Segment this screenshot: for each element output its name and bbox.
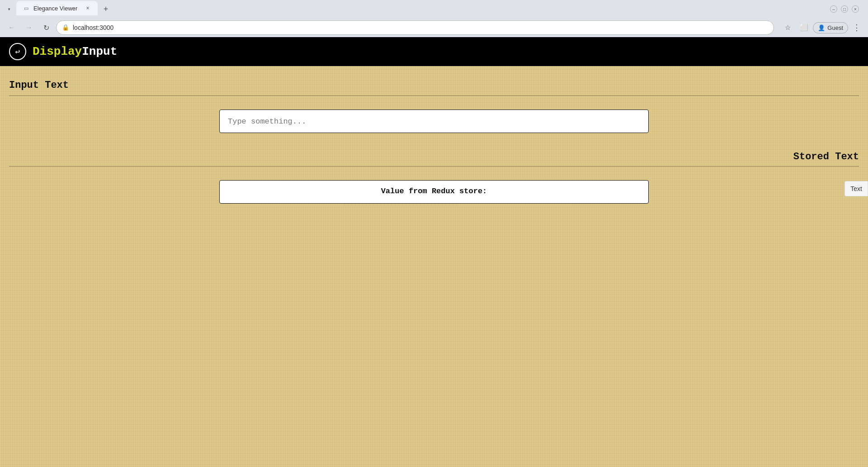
guest-label: Guest (827, 24, 843, 31)
lock-icon: 🔒 (62, 24, 69, 31)
side-panel[interactable]: Text (844, 181, 868, 196)
tab-dropdown[interactable]: ▾ (5, 3, 14, 15)
reload-button[interactable]: ↻ (39, 20, 53, 35)
title-input-part: Input (82, 45, 117, 58)
new-tab-button[interactable]: + (99, 3, 112, 15)
sidebar-toggle-button[interactable]: ⬜ (797, 20, 811, 35)
app-title: DisplayInput (33, 45, 117, 58)
tab-close-button[interactable]: × (84, 5, 91, 12)
app-header: ↩ DisplayInput (0, 37, 868, 66)
maximize-button[interactable]: □ (841, 5, 848, 13)
stored-section: Stored Text Value from Redux store: (9, 151, 859, 204)
stored-value-label: Value from Redux store: (381, 187, 487, 195)
tab-title: Elegance Viewer (33, 5, 77, 12)
title-display-part: Display (33, 45, 82, 58)
guest-profile-button[interactable]: 👤 Guest (813, 22, 848, 33)
input-section-title: Input Text (9, 80, 859, 91)
input-section-divider (9, 95, 859, 96)
stored-section-divider (9, 166, 859, 167)
stored-section-title: Stored Text (793, 151, 859, 162)
browser-chrome: ▾ ▭ Elegance Viewer × + – □ × ← → ↻ 🔒 lo… (0, 0, 868, 37)
side-panel-label: Text (850, 185, 862, 192)
stored-display-box: Value from Redux store: (219, 180, 649, 204)
browser-tab-active[interactable]: ▭ Elegance Viewer × (16, 1, 98, 15)
browser-actions: ☆ ⬜ 👤 Guest ⋮ (780, 20, 863, 35)
address-text: localhost:3000 (73, 24, 768, 31)
minimize-button[interactable]: – (830, 5, 837, 13)
back-button[interactable]: ← (5, 20, 19, 35)
close-button[interactable]: × (852, 5, 859, 13)
address-bar-row: ← → ↻ 🔒 localhost:3000 ☆ ⬜ 👤 Guest ⋮ (0, 18, 868, 37)
address-bar[interactable]: 🔒 localhost:3000 (56, 20, 774, 35)
guest-icon: 👤 (818, 24, 825, 31)
bookmark-button[interactable]: ☆ (780, 20, 795, 35)
tab-favicon-icon: ▭ (23, 5, 30, 12)
app-body: Input Text Stored Text Value from Redux … (0, 66, 868, 467)
tab-bar: ▭ Elegance Viewer × + (16, 3, 830, 15)
stored-section-header: Stored Text (9, 151, 859, 162)
browser-menu-button[interactable]: ⋮ (850, 21, 863, 34)
forward-button[interactable]: → (22, 20, 36, 35)
app-logo-icon: ↩ (9, 43, 26, 60)
window-controls: – □ × (830, 5, 859, 13)
browser-title-bar: ▾ ▭ Elegance Viewer × + – □ × (0, 0, 868, 18)
text-input[interactable] (219, 110, 649, 133)
input-section: Input Text (9, 80, 859, 133)
